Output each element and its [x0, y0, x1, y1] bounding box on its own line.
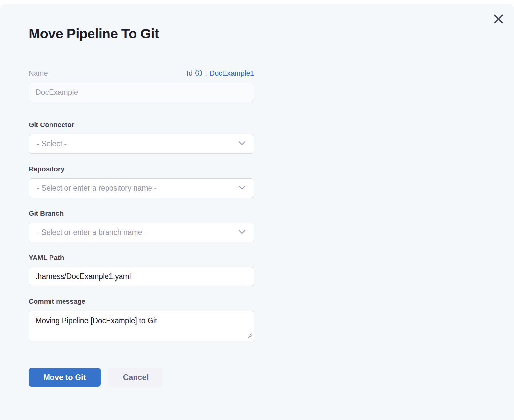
chevron-down-icon	[238, 230, 246, 236]
repository-placeholder: - Select or enter a repository name -	[37, 184, 157, 193]
repository-label: Repository	[29, 165, 254, 173]
dialog-title: Move Pipeline To Git	[29, 26, 514, 42]
commit-message-group: Commit message Moving Pipeline [DocExamp…	[29, 297, 254, 341]
info-icon[interactable]	[195, 69, 202, 77]
name-label: Name	[29, 69, 48, 78]
git-connector-label: Git Connector	[29, 121, 254, 129]
pipeline-id-value[interactable]: DocExample1	[209, 69, 254, 78]
git-branch-select[interactable]: - Select or enter a branch name -	[29, 223, 254, 242]
repository-select[interactable]: - Select or enter a repository name -	[29, 178, 254, 198]
yaml-path-group: YAML Path	[29, 254, 254, 286]
git-branch-group: Git Branch - Select or enter a branch na…	[29, 210, 254, 242]
dialog-actions: Move to Git Cancel	[29, 368, 254, 387]
resize-handle-icon[interactable]	[247, 332, 252, 340]
cancel-button[interactable]: Cancel	[108, 368, 164, 387]
name-input[interactable]	[29, 83, 254, 102]
repository-group: Repository - Select or enter a repositor…	[29, 165, 254, 198]
id-separator: :	[205, 69, 207, 78]
pipeline-id-row: Id : DocExample1	[187, 69, 254, 78]
git-connector-select[interactable]: - Select -	[29, 134, 254, 154]
commit-message-textarea[interactable]: Moving Pipeline [DocExample] to Git	[29, 311, 254, 341]
close-button[interactable]	[492, 13, 505, 26]
git-branch-placeholder: - Select or enter a branch name -	[37, 228, 147, 237]
move-to-git-button[interactable]: Move to Git	[29, 368, 101, 387]
yaml-path-label: YAML Path	[29, 254, 254, 262]
move-to-git-form: Name Id : DocExample1 Git Connector - Se…	[29, 69, 254, 387]
git-connector-placeholder: - Select -	[37, 139, 67, 148]
git-branch-label: Git Branch	[29, 210, 254, 217]
move-pipeline-to-git-dialog: Move Pipeline To Git Name Id : DocExampl…	[0, 4, 514, 420]
yaml-path-input[interactable]	[29, 267, 254, 286]
name-header-row: Name Id : DocExample1	[29, 69, 254, 78]
git-connector-group: Git Connector - Select -	[29, 121, 254, 154]
chevron-down-icon	[238, 185, 246, 191]
close-icon	[493, 14, 504, 25]
commit-message-label: Commit message	[29, 297, 254, 305]
chevron-down-icon	[238, 141, 246, 147]
id-label: Id	[187, 69, 193, 78]
